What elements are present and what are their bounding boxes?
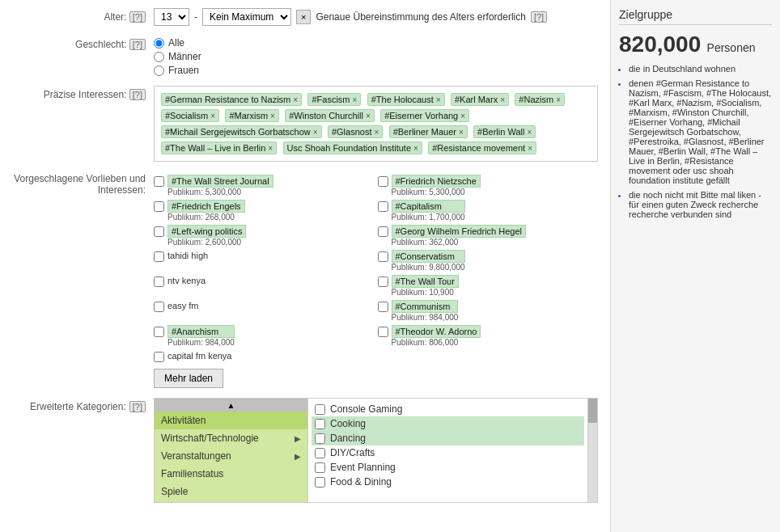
suggestion-content: #Friedrich Nietzsche Publikum: 5,300,000 [392, 175, 481, 196]
age-match-button[interactable]: × [296, 10, 311, 24]
categories-scrollbar-thumb[interactable] [588, 399, 597, 423]
suggestion-tag[interactable]: #Friedrich Nietzsche [392, 175, 481, 188]
suggestion-tag[interactable]: #Theodor W. Adorno [392, 325, 481, 338]
geschlecht-help[interactable]: [?] [129, 39, 146, 50]
tag-holocaust[interactable]: #The Holocaust × [367, 93, 445, 106]
tag-berliner-mauer[interactable]: #Berliner Mauer × [389, 125, 468, 138]
zielgruppe-title: Zielgruppe [619, 8, 772, 25]
tag-nazism-remove[interactable]: × [556, 95, 561, 104]
age-max-select[interactable]: Kein Maximum 14151617 18212535 4565 [202, 8, 291, 26]
suggestion-checkbox[interactable] [378, 277, 388, 287]
suggestion-checkbox[interactable] [154, 226, 164, 237]
gender-frauen-radio[interactable] [154, 65, 164, 76]
age-match-help[interactable]: [?] [531, 11, 547, 23]
suggestion-checkbox[interactable] [378, 251, 388, 262]
categories-scrollbar[interactable] [587, 399, 597, 502]
tag-berlin-wall[interactable]: #Berlin Wall × [473, 125, 536, 138]
suggestion-tag[interactable]: #Left-wing politics [167, 225, 246, 238]
list-item: #The Wall Street Journal Publikum: 5,300… [154, 175, 375, 196]
cat-checkbox-diy[interactable] [315, 448, 325, 458]
tag-winston-churchill[interactable]: #Winston Churchill × [285, 109, 375, 122]
suggestion-checkbox[interactable] [378, 327, 388, 337]
load-more-button[interactable]: Mehr laden [154, 369, 223, 388]
tag-winston-remove[interactable]: × [366, 112, 371, 120]
gender-alle[interactable]: Alle [154, 37, 598, 49]
praezise-help[interactable]: [?] [129, 89, 146, 100]
tag-holocaust-remove[interactable]: × [436, 95, 441, 104]
tag-karl-marx-remove[interactable]: × [500, 95, 505, 104]
suggestion-tag[interactable]: #Capitalism [392, 200, 465, 213]
cat-checkbox-cooking[interactable] [315, 419, 325, 429]
gender-frauen[interactable]: Frauen [154, 65, 598, 76]
suggestion-checkbox[interactable] [378, 226, 388, 237]
tag-nazism[interactable]: #Nazism × [515, 93, 565, 106]
tag-socialism[interactable]: #Socialism × [161, 109, 219, 122]
tag-resistance-movement[interactable]: #Resistance movement × [428, 141, 536, 154]
tag-fascism[interactable]: #Fascism × [307, 93, 361, 106]
tag-berlin-wall-remove[interactable]: × [527, 128, 532, 137]
cat-checkbox-food-dining[interactable] [315, 477, 325, 488]
suggestion-content: #Conservatism Publikum: 9,800,000 [392, 250, 465, 272]
gender-alle-radio[interactable] [154, 38, 164, 49]
suggestion-checkbox[interactable] [154, 251, 164, 262]
suggestion-tag[interactable]: #The Wall Street Journal [167, 175, 273, 188]
tag-fascism-remove[interactable]: × [353, 95, 358, 104]
suggestion-checkbox[interactable] [154, 277, 164, 287]
cat-checkbox-dancing[interactable] [315, 433, 325, 444]
vorgeschlagene-label: Vorgeschlagene Vorlieben und Interessen: [12, 171, 154, 196]
tag-karl-marx[interactable]: #Karl Marx × [451, 93, 509, 106]
suggestion-tag[interactable]: #The Wall Tour [392, 275, 459, 288]
erweiterte-help[interactable]: [?] [129, 401, 146, 412]
interests-box: #German Resistance to Nazism × #Fascism … [154, 86, 598, 162]
suggestion-tag[interactable]: #Friedrich Engels [167, 200, 245, 213]
list-item: #Friedrich Nietzsche Publikum: 5,300,000 [378, 175, 599, 196]
cat-item-familienstatus[interactable]: Familienstatus [155, 465, 307, 483]
suggestion-content: #Communism Publikum: 984,000 [392, 300, 459, 322]
tag-eiserner-vorhang[interactable]: #Eiserner Vorhang × [380, 109, 469, 122]
tag-glasnost-remove[interactable]: × [374, 128, 379, 137]
tag-the-wall-live[interactable]: #The Wall – Live in Berlin × [161, 141, 277, 154]
cat-item-veranstaltungen[interactable]: Veranstaltungen ▶ [155, 447, 307, 465]
age-min-select[interactable]: 13 14151617 18212535 4565 [154, 8, 189, 26]
cat-item-interessen[interactable]: Interessen [155, 500, 307, 502]
tag-marxism-remove[interactable]: × [270, 112, 275, 120]
suggestion-checkbox[interactable] [378, 176, 388, 187]
cat-item-wirtschaft[interactable]: Wirtschaft/Technologie ▶ [155, 429, 307, 447]
tag-german-resistance[interactable]: #German Resistance to Nazism × [161, 93, 302, 106]
tag-socialism-remove[interactable]: × [210, 112, 215, 120]
tag-glasnost[interactable]: #Glasnost × [328, 125, 383, 138]
tag-german-resistance-remove[interactable]: × [293, 95, 298, 104]
cat-right-food-dining: Food & Dining [312, 475, 584, 489]
tag-usc-shoah[interactable]: Usc Shoah Foundation Institute × [283, 141, 422, 154]
categories-right-panel: Console Gaming Cooking Dancing DIY/ [308, 399, 587, 502]
suggestion-tag[interactable]: #Georg Wilhelm Friedrich Hegel [392, 225, 527, 238]
suggestion-tag[interactable]: #Conservatism [392, 250, 465, 263]
cat-label-diy: DIY/Crafts [330, 447, 375, 458]
gender-maenner-radio[interactable] [154, 52, 164, 62]
suggestion-checkbox[interactable] [154, 176, 164, 187]
cat-item-aktivitaeten[interactable]: Aktivitäten [155, 412, 307, 429]
alter-help[interactable]: [?] [129, 11, 146, 23]
suggestion-checkbox[interactable] [154, 327, 164, 337]
suggestion-pub: Publikum: 362,000 [392, 238, 527, 247]
tag-resistance-remove[interactable]: × [528, 144, 532, 153]
tag-michail-remove[interactable]: × [313, 128, 318, 137]
suggestion-checkbox[interactable] [378, 201, 388, 212]
tag-marxism[interactable]: #Marxism × [225, 109, 279, 122]
tag-the-wall-live-remove[interactable]: × [268, 144, 273, 153]
suggestion-checkbox[interactable] [154, 352, 164, 362]
tag-eiserner-remove[interactable]: × [460, 112, 465, 120]
suggestion-tag[interactable]: #Communism [392, 300, 459, 313]
cat-checkbox-console-gaming[interactable] [315, 404, 325, 415]
gender-maenner[interactable]: Männer [154, 51, 598, 62]
suggestion-checkbox[interactable] [378, 302, 388, 312]
tag-usc-shoah-remove[interactable]: × [413, 144, 418, 153]
suggestion-checkbox[interactable] [154, 201, 164, 212]
cat-item-spiele[interactable]: Spiele [155, 483, 307, 500]
tag-michail[interactable]: #Michail Sergejewitsch Gorbatschow × [161, 125, 322, 138]
cat-scroll-up[interactable]: ▲ [155, 399, 307, 412]
tag-berliner-mauer-remove[interactable]: × [459, 128, 464, 137]
suggestion-checkbox[interactable] [154, 302, 164, 312]
cat-checkbox-event-planning[interactable] [315, 462, 325, 473]
suggestion-tag[interactable]: #Anarchism [167, 325, 235, 338]
